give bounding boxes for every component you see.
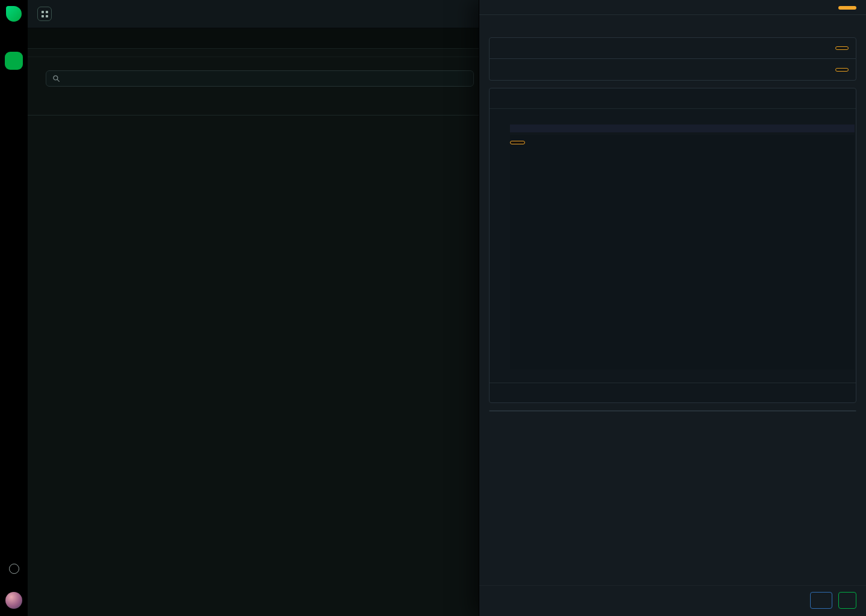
anomaly-bars [510,125,855,132]
netdata-logo-icon[interactable] [6,6,22,22]
trigger-value-row [489,59,856,81]
x-axis-labels [510,369,856,383]
trigger-value-pill [835,68,849,72]
alert-metadata [489,410,856,411]
anomaly-ribbon[interactable] [510,125,855,132]
left-rail [0,0,28,616]
chart-card [489,88,856,403]
help-icon[interactable] [9,564,19,574]
latest-value-row [489,37,856,59]
chart-legend [490,383,856,402]
search-icon [52,75,60,82]
search-bar[interactable] [46,70,474,87]
value-rows [489,37,856,81]
user-avatar[interactable] [5,592,22,609]
app [0,0,866,616]
open-alert-page-button[interactable] [838,592,856,609]
chart-header [490,88,856,109]
alert-detail-panel [479,0,866,616]
alert-description [479,15,866,37]
add-space-button[interactable] [5,52,23,70]
chart-controls [490,109,856,123]
ask-ai-button[interactable] [810,592,832,609]
search-input[interactable] [65,74,467,84]
trigger-flag [510,141,525,144]
status-badge [838,6,856,10]
alerts-table-header [28,91,479,116]
workspace-grid-icon[interactable] [37,7,52,21]
panel-header [479,0,866,14]
rail-bottom [5,546,22,609]
latest-value-pill [835,46,849,50]
line-chart[interactable] [510,135,855,369]
panel-footer [479,585,866,616]
chart-plot[interactable] [510,135,855,369]
